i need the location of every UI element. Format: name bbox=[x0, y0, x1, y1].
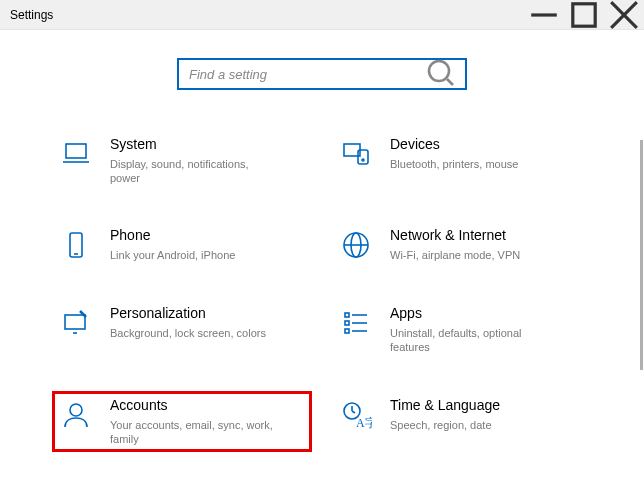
category-title: Personalization bbox=[110, 305, 306, 322]
category-desc: Link your Android, iPhone bbox=[110, 248, 280, 262]
titlebar: Settings bbox=[0, 0, 644, 30]
category-phone[interactable]: Phone Link your Android, iPhone bbox=[52, 221, 312, 269]
svg-line-28 bbox=[352, 411, 355, 413]
category-desc: Your accounts, email, sync, work, family bbox=[110, 418, 280, 447]
category-personalization[interactable]: Personalization Background, lock screen,… bbox=[52, 299, 312, 360]
svg-line-18 bbox=[80, 311, 86, 317]
category-desc: Uninstall, defaults, optional features bbox=[390, 326, 560, 355]
category-title: Apps bbox=[390, 305, 586, 322]
category-title: Devices bbox=[390, 136, 586, 153]
category-network[interactable]: Network & Internet Wi-Fi, airplane mode,… bbox=[332, 221, 592, 269]
maximize-button[interactable] bbox=[564, 0, 604, 30]
svg-point-10 bbox=[362, 159, 364, 161]
svg-point-25 bbox=[70, 404, 82, 416]
category-desc: Bluetooth, printers, mouse bbox=[390, 157, 560, 171]
category-title: Time & Language bbox=[390, 397, 586, 414]
category-title: Phone bbox=[110, 227, 306, 244]
category-desc: Wi-Fi, airplane mode, VPN bbox=[390, 248, 560, 262]
category-devices[interactable]: Devices Bluetooth, printers, mouse bbox=[332, 130, 592, 191]
apps-icon bbox=[338, 305, 374, 341]
svg-point-4 bbox=[429, 61, 449, 81]
window-controls bbox=[524, 0, 644, 30]
svg-rect-1 bbox=[573, 3, 595, 25]
category-desc: Display, sound, notifications, power bbox=[110, 157, 280, 186]
search-container bbox=[0, 58, 644, 90]
svg-rect-16 bbox=[65, 315, 85, 329]
scrollbar[interactable] bbox=[640, 140, 643, 370]
category-accounts[interactable]: Accounts Your accounts, email, sync, wor… bbox=[52, 391, 312, 452]
settings-categories: System Display, sound, notifications, po… bbox=[52, 130, 592, 452]
devices-icon bbox=[338, 136, 374, 172]
svg-rect-21 bbox=[345, 321, 349, 325]
category-time-language[interactable]: A字 Time & Language Speech, region, date bbox=[332, 391, 592, 452]
window-title: Settings bbox=[10, 8, 53, 22]
svg-line-5 bbox=[447, 79, 453, 85]
search-input[interactable] bbox=[187, 66, 425, 83]
close-button[interactable] bbox=[604, 0, 644, 30]
search-box[interactable] bbox=[177, 58, 467, 90]
phone-icon bbox=[58, 227, 94, 263]
category-desc: Background, lock screen, colors bbox=[110, 326, 280, 340]
personalization-icon bbox=[58, 305, 94, 341]
category-title: System bbox=[110, 136, 306, 153]
svg-text:A字: A字 bbox=[356, 416, 372, 430]
svg-rect-19 bbox=[345, 313, 349, 317]
person-icon bbox=[58, 397, 94, 433]
svg-rect-23 bbox=[345, 329, 349, 333]
category-title: Accounts bbox=[110, 397, 306, 414]
search-icon bbox=[425, 57, 457, 92]
minimize-button[interactable] bbox=[524, 0, 564, 30]
svg-rect-6 bbox=[66, 144, 86, 158]
category-title: Network & Internet bbox=[390, 227, 586, 244]
laptop-icon bbox=[58, 136, 94, 172]
globe-icon bbox=[338, 227, 374, 263]
category-apps[interactable]: Apps Uninstall, defaults, optional featu… bbox=[332, 299, 592, 360]
time-language-icon: A字 bbox=[338, 397, 374, 433]
category-desc: Speech, region, date bbox=[390, 418, 560, 432]
category-system[interactable]: System Display, sound, notifications, po… bbox=[52, 130, 312, 191]
